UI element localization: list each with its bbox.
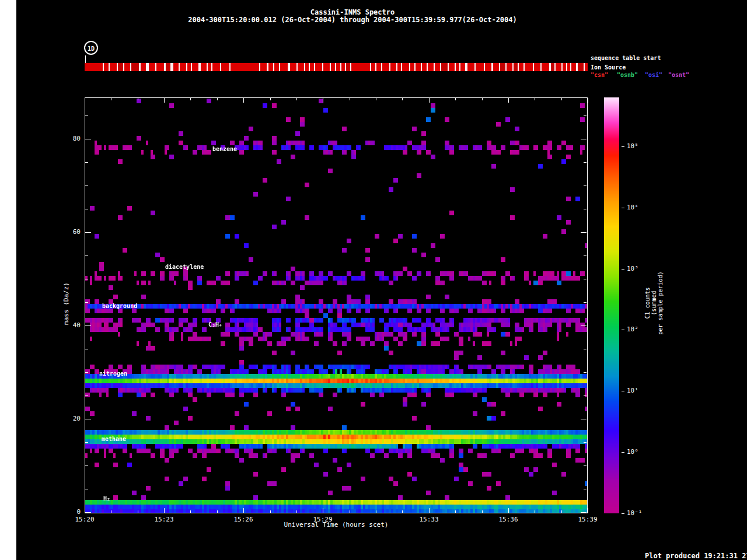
y-minor-tick bbox=[584, 466, 587, 466]
barcode-segment bbox=[578, 63, 584, 71]
barcode-segment bbox=[467, 63, 474, 71]
y-major-tick bbox=[85, 419, 91, 419]
colorbar-tick bbox=[622, 391, 624, 391]
colorbar-tick bbox=[622, 208, 624, 208]
x-minor-tick bbox=[535, 510, 535, 513]
barcode-segment bbox=[124, 63, 130, 71]
species-label-h: H₂ bbox=[103, 495, 110, 502]
colorbar-title: C1 counts(summedper sample period) bbox=[644, 257, 664, 350]
barcode-segment bbox=[110, 63, 117, 71]
y-tick-label: 0 bbox=[63, 508, 81, 516]
x-minor-tick bbox=[138, 98, 138, 100]
barcode-segment bbox=[298, 63, 304, 71]
x-minor-tick bbox=[111, 98, 111, 100]
barcode-segment bbox=[500, 63, 505, 71]
x-minor-tick bbox=[270, 98, 271, 100]
colorbar-tick-label: 10⁰ bbox=[627, 448, 638, 456]
barcode-segment bbox=[376, 63, 381, 71]
x-minor-tick bbox=[350, 510, 350, 513]
barcode-segment bbox=[567, 63, 571, 71]
barcode-segment bbox=[149, 63, 155, 71]
y-minor-tick bbox=[85, 349, 88, 349]
y-tick-label: 60 bbox=[63, 228, 81, 236]
y-minor-tick bbox=[584, 186, 587, 186]
x-minor-tick bbox=[455, 510, 456, 513]
y-minor-tick bbox=[584, 116, 587, 116]
barcode-segment bbox=[351, 63, 370, 71]
x-major-tick bbox=[243, 508, 244, 513]
barcode-segment bbox=[260, 63, 267, 71]
barcode-segment bbox=[268, 63, 274, 71]
barcode-segment bbox=[118, 63, 124, 71]
x-minor-tick bbox=[111, 510, 111, 513]
x-major-tick bbox=[164, 98, 165, 103]
colorbar-tick-label: 10⁴ bbox=[627, 204, 638, 211]
barcode-segment bbox=[435, 63, 440, 71]
barcode-segment bbox=[485, 63, 491, 71]
y-minor-tick bbox=[584, 256, 587, 256]
barcode-segment bbox=[525, 63, 532, 71]
y-tick-label: 20 bbox=[63, 415, 81, 422]
species-label-background: background bbox=[102, 303, 137, 309]
y-minor-tick bbox=[85, 442, 88, 443]
x-minor-tick bbox=[402, 510, 403, 513]
y-major-tick bbox=[85, 326, 91, 326]
x-major-tick bbox=[323, 508, 323, 513]
y-minor-tick bbox=[85, 186, 88, 186]
y-minor-tick bbox=[584, 349, 587, 349]
x-minor-tick bbox=[190, 98, 191, 100]
barcode-segment bbox=[141, 63, 146, 71]
sequence-table-start-label: sequence table start bbox=[591, 55, 661, 61]
species-label-nitrogen: nitrogen bbox=[99, 370, 127, 377]
x-minor-tick bbox=[350, 98, 350, 100]
barcode-segment bbox=[410, 63, 414, 71]
barcode-segment bbox=[310, 63, 313, 71]
barcode-segment bbox=[441, 63, 448, 71]
plot-subtitle: 2004-300T15:20:00.012 (26-Oct-2004) thro… bbox=[16, 16, 689, 24]
y-major-tick bbox=[581, 326, 587, 326]
colorbar-tick-label: 10³ bbox=[627, 265, 638, 272]
y-minor-tick bbox=[584, 489, 587, 489]
barcode-segment bbox=[476, 63, 484, 71]
y-minor-tick bbox=[85, 489, 88, 489]
plot-produced-timestamp: Plot produced 19:21:31 27-Oct bbox=[645, 552, 747, 560]
x-major-tick bbox=[508, 98, 509, 103]
ion-mode-label-1: "csn" bbox=[591, 72, 608, 78]
ion-mode-label-4: "osnt" bbox=[668, 72, 689, 78]
y-major-tick bbox=[581, 512, 587, 513]
x-major-tick bbox=[588, 98, 588, 103]
colorbar-tick-label: 10⁻¹ bbox=[627, 509, 643, 517]
barcode-segment bbox=[556, 63, 561, 71]
x-major-tick bbox=[508, 508, 509, 513]
y-axis-title: mass (Da/z) bbox=[62, 269, 70, 339]
barcode-segment bbox=[416, 63, 421, 71]
y-major-tick bbox=[85, 139, 91, 139]
barcode-segment bbox=[493, 63, 500, 71]
barcode-segment bbox=[341, 63, 345, 71]
x-minor-tick bbox=[376, 98, 376, 100]
cassini-inms-spectrogram-page: Cassini-INMS Spectro 2004-300T15:20:00.0… bbox=[0, 0, 747, 560]
x-minor-tick bbox=[561, 98, 562, 100]
x-minor-tick bbox=[138, 510, 138, 513]
x-minor-tick bbox=[482, 510, 483, 513]
barcode-segment bbox=[201, 63, 207, 71]
barcode-segment bbox=[208, 63, 211, 71]
y-minor-tick bbox=[584, 279, 587, 279]
x-minor-tick bbox=[217, 510, 218, 513]
barcode-segment bbox=[534, 63, 540, 71]
barcode-segment bbox=[449, 63, 455, 71]
barcode-segment bbox=[305, 63, 309, 71]
barcode-segment bbox=[519, 63, 524, 71]
y-minor-tick bbox=[85, 209, 88, 209]
y-tick-label: 80 bbox=[63, 135, 81, 142]
y-major-tick bbox=[581, 139, 587, 139]
barcode-segment bbox=[390, 63, 396, 71]
y-minor-tick bbox=[584, 372, 587, 373]
y-minor-tick bbox=[85, 302, 88, 303]
x-minor-tick bbox=[270, 510, 271, 513]
colorbar-tick bbox=[622, 513, 624, 514]
x-major-tick bbox=[323, 98, 323, 103]
barcode-segment bbox=[274, 63, 279, 71]
barcode-segment bbox=[460, 63, 465, 71]
barcode-segment bbox=[212, 63, 221, 71]
